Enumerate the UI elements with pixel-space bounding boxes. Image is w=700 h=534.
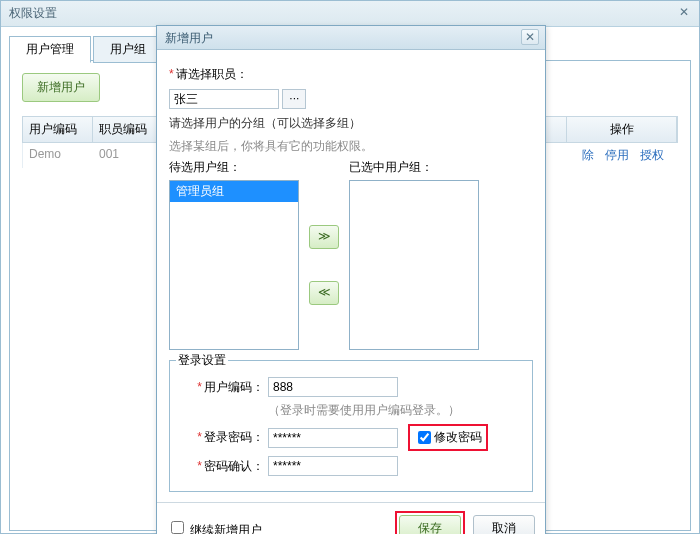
select-emp-label: 请选择职员： bbox=[176, 66, 248, 83]
change-password-checkbox[interactable] bbox=[418, 431, 431, 444]
user-code-hint: （登录时需要使用用户编码登录。） bbox=[268, 402, 460, 419]
cell-emp-code: 001 bbox=[93, 143, 163, 168]
login-settings-box: 登录设置 *用户编码： （登录时需要使用用户编码登录。） *登录密码： bbox=[169, 360, 533, 492]
transfer-buttons: ≫ ≪ bbox=[299, 180, 349, 350]
password-input[interactable] bbox=[268, 428, 398, 448]
group-transfer: 管理员组 ≫ ≪ bbox=[169, 180, 533, 350]
col-emp-code: 职员编码 bbox=[93, 117, 163, 142]
selected-groups-listbox[interactable] bbox=[349, 180, 479, 350]
save-button[interactable]: 保存 bbox=[399, 515, 461, 534]
permissions-window: 权限设置 ✕ 用户管理 用户组 新增用户 用户编码 职员编码 操作 Demo 0… bbox=[0, 0, 700, 534]
change-password-highlight: 修改密码 bbox=[408, 424, 488, 451]
move-left-button[interactable]: ≪ bbox=[309, 281, 339, 305]
confirm-password-label: 密码确认： bbox=[204, 459, 264, 473]
dialog-body: *请选择职员： ··· 请选择用户的分组（可以选择多组） 选择某组后，你将具有它… bbox=[157, 50, 545, 502]
outer-title: 权限设置 bbox=[9, 6, 57, 20]
password-label: 登录密码： bbox=[204, 430, 264, 444]
op-delete-link[interactable]: 除 bbox=[582, 148, 594, 162]
continue-add-checkbox[interactable] bbox=[171, 521, 184, 534]
col-ops: 操作 bbox=[567, 117, 677, 142]
col-user-code: 用户编码 bbox=[23, 117, 93, 142]
move-right-button[interactable]: ≫ bbox=[309, 225, 339, 249]
add-user-dialog: 新增用户 ✕ *请选择职员： ··· 请选择用户的分组（可以选择多组） 选择某组… bbox=[156, 25, 546, 534]
available-groups-listbox[interactable]: 管理员组 bbox=[169, 180, 299, 350]
select-emp-row: *请选择职员： bbox=[169, 66, 533, 83]
user-code-label: 用户编码： bbox=[204, 380, 264, 394]
employee-input[interactable] bbox=[169, 89, 279, 109]
cell-user-code: Demo bbox=[23, 143, 93, 168]
selected-label: 已选中用户组： bbox=[349, 159, 433, 176]
outer-close-icon[interactable]: ✕ bbox=[675, 5, 693, 21]
op-disable-link[interactable]: 停用 bbox=[605, 148, 629, 162]
list-item[interactable]: 管理员组 bbox=[170, 181, 298, 202]
avail-label: 待选用户组： bbox=[169, 159, 299, 176]
emp-input-row: ··· bbox=[169, 89, 533, 109]
dialog-titlebar: 新增用户 ✕ bbox=[157, 26, 545, 50]
required-asterisk: * bbox=[169, 67, 174, 81]
confirm-password-input[interactable] bbox=[268, 456, 398, 476]
cell-ops: 除 停用 授权 bbox=[568, 143, 678, 168]
continue-add-label: 继续新增用户 bbox=[190, 523, 262, 534]
dialog-title: 新增用户 bbox=[165, 31, 213, 45]
dialog-close-icon[interactable]: ✕ bbox=[521, 29, 539, 45]
outer-titlebar: 权限设置 ✕ bbox=[1, 1, 699, 27]
cancel-button[interactable]: 取消 bbox=[473, 515, 535, 534]
save-button-highlight: 保存 bbox=[395, 511, 465, 534]
employee-picker-button[interactable]: ··· bbox=[282, 89, 306, 109]
change-password-label: 修改密码 bbox=[434, 429, 482, 446]
dialog-footer: 继续新增用户 保存 取消 bbox=[157, 502, 545, 534]
group-hint: 选择某组后，你将具有它的功能权限。 bbox=[169, 138, 533, 155]
user-code-input[interactable] bbox=[268, 377, 398, 397]
tab-user-group[interactable]: 用户组 bbox=[93, 36, 163, 63]
op-auth-link[interactable]: 授权 bbox=[640, 148, 664, 162]
add-user-button[interactable]: 新增用户 bbox=[22, 73, 100, 102]
tab-user-mgmt[interactable]: 用户管理 bbox=[9, 36, 91, 63]
group-prompt: 请选择用户的分组（可以选择多组） bbox=[169, 115, 533, 132]
login-legend: 登录设置 bbox=[176, 352, 228, 369]
